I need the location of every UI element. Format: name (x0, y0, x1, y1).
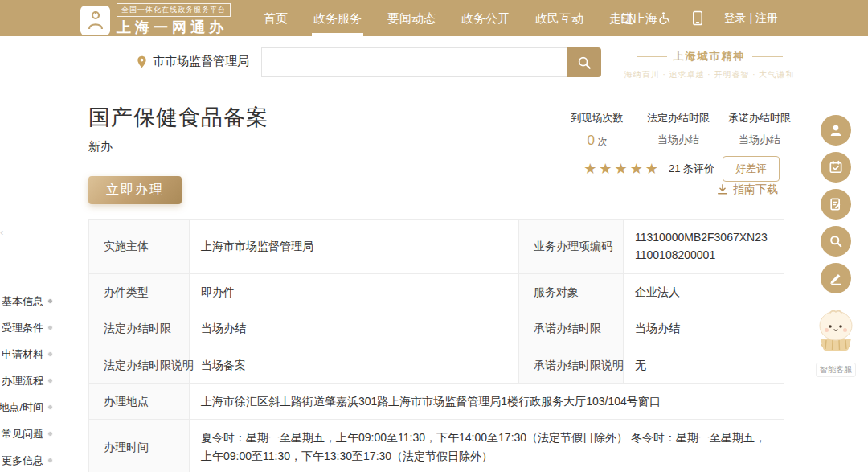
service-stats: 到现场次数 0 次 法定办结时限 当场办结 承诺办结时限 当场办结 (563, 111, 794, 149)
review-count: 21 条评价 (669, 162, 714, 176)
logo-emblem-icon (80, 6, 110, 35)
anchor-item-application-materials[interactable]: 申请材料 (0, 341, 58, 367)
nav-item-gov-services[interactable]: 政务服务 (313, 0, 362, 36)
floating-action-bar: 智能客服 (819, 115, 853, 377)
table-value-cell: 上海市徐汇区斜土路街道肇嘉浜301路上海市市场监督管理局1楼行政服务大厅103/… (190, 383, 784, 419)
nav-item-interaction[interactable]: 政民互动 (535, 0, 583, 36)
anchor-nav: 基本信息 受理条件 申请材料 办理流程 地点/时间 常见问题 更多信息 (0, 288, 58, 472)
nav-item-home[interactable]: 首页 (264, 0, 288, 36)
city-spirit-motto: 海纳百川 · 追求卓越 · 开明睿智 · 大气谦和 (623, 69, 796, 80)
search-icon (577, 55, 592, 70)
anchor-dot (47, 378, 53, 384)
table-value-cell: 无 (624, 347, 784, 383)
table-label-cell: 承诺办结时限 (519, 310, 624, 347)
table-value-cell: 即办件 (190, 273, 519, 310)
service-info-table: 实施主体 上海市市场监督管理局 业务办理项编码 11310000MB2F3067… (88, 219, 784, 472)
anchor-dot (47, 325, 53, 330)
search-input[interactable] (261, 47, 567, 77)
table-value-cell: 夏令时：星期一至星期五，上午09:00至11:30，下午14:00至17:30（… (190, 420, 784, 472)
user-icon[interactable] (821, 115, 851, 146)
appointment-calendar-icon[interactable] (821, 152, 851, 183)
nav-item-news[interactable]: 要闻动态 (387, 0, 436, 36)
table-label-cell: 服务对象 (519, 273, 624, 310)
table-row: 法定办结时限 当场办结 承诺办结时限 当场办结 (89, 310, 784, 347)
service-subtype: 新办 (88, 139, 113, 154)
table-label-cell: 法定办结时限 (89, 310, 190, 347)
smart-service-mascot[interactable] (814, 303, 858, 355)
table-row: 法定办结时限说明 当场备案 承诺办结时限说明 无 (89, 347, 784, 383)
table-label-cell: 承诺办结时限说明 (519, 347, 624, 383)
table-value-cell: 上海市市场监督管理局 (190, 220, 519, 274)
panel-collapse-chevron[interactable]: ‹ (0, 226, 3, 238)
table-label-cell: 业务办理项编码 (519, 220, 624, 274)
mascot-label: 智能客服 (816, 363, 856, 377)
search-icon[interactable] (821, 226, 851, 257)
table-row: 办理时间 夏令时：星期一至星期五，上午09:00至11:30，下午14:00至1… (89, 420, 784, 472)
table-label-cell: 办理地点 (89, 383, 190, 419)
department-selector[interactable]: 市市场监督管理局 (137, 54, 249, 69)
anchor-dot (47, 458, 53, 463)
page-title: 国产保健食品备案 (88, 103, 268, 132)
table-label-cell: 办理时间 (89, 420, 190, 472)
anchor-dot (47, 431, 53, 437)
anchor-dot (47, 298, 53, 304)
table-row: 办理地点 上海市徐汇区斜土路街道肇嘉浜301路上海市市场监督管理局1楼行政服务大… (89, 383, 784, 419)
anchor-item-more-info[interactable]: 更多信息 (0, 447, 58, 472)
search-band: 市市场监督管理局 上海城市精神 海纳百川 · 追求卓越 · 开明睿智 · 大气谦… (0, 36, 868, 88)
stat-legal-deadline: 法定办结时限 当场办结 (644, 111, 713, 149)
download-icon (717, 184, 728, 195)
language-toggle[interactable]: EN (620, 12, 636, 25)
table-value-cell: 11310000MB2F3067XN231100108200001 (624, 220, 784, 274)
accessibility-icon[interactable] (657, 11, 671, 25)
anchor-item-faq[interactable]: 常见问题 (0, 421, 58, 447)
mobile-icon[interactable] (692, 10, 703, 26)
location-pin-icon (137, 55, 147, 68)
stat-visit-count: 到现场次数 0 次 (563, 111, 632, 149)
anchor-item-basic-info[interactable]: 基本信息 (0, 288, 58, 314)
guide-download-link[interactable]: 指南下载 (717, 183, 778, 197)
nav-item-gov-open[interactable]: 政务公开 (461, 0, 510, 36)
table-value-cell: 当场备案 (190, 347, 519, 383)
anchor-item-acceptance-conditions[interactable]: 受理条件 (0, 314, 58, 341)
star-rating: ★★★★★ (583, 160, 661, 178)
anchor-dot (47, 351, 53, 357)
top-header: 全国一体化在线政务服务平台 上海一网通办 首页 政务服务 要闻动态 政务公开 政… (0, 0, 868, 36)
stat-promised-deadline: 承诺办结时限 当场办结 (725, 111, 794, 149)
login-register-link[interactable]: 登录 | 注册 (724, 11, 778, 26)
apply-now-button[interactable]: 立即办理 (88, 176, 182, 204)
table-value-cell: 当场办结 (190, 310, 519, 347)
review-button[interactable]: 好差评 (723, 156, 780, 182)
visit-count-number: 0 (587, 133, 594, 148)
guide-download-label: 指南下载 (733, 183, 778, 197)
city-spirit-block: 上海城市精神 海纳百川 · 追求卓越 · 开明睿智 · 大气谦和 (623, 49, 796, 80)
city-spirit-title: 上海城市精神 (623, 49, 796, 64)
platform-label: 全国一体化在线政务服务平台 (117, 3, 231, 17)
table-row: 办件类型 即办件 服务对象 企业法人 (89, 273, 784, 310)
anchor-dot (47, 404, 53, 410)
anchor-item-process[interactable]: 办理流程 (0, 367, 58, 394)
department-name: 市市场监督管理局 (153, 54, 249, 69)
search-button[interactable] (567, 47, 601, 77)
search-box (261, 47, 601, 77)
site-name: 上海一网通办 (117, 18, 231, 37)
rating-row: ★★★★★ 21 条评价 好差评 (583, 156, 780, 182)
table-row: 实施主体 上海市市场监督管理局 业务办理项编码 11310000MB2F3067… (89, 220, 784, 274)
form-edit-icon[interactable] (821, 189, 851, 220)
table-value-cell: 企业法人 (624, 273, 784, 310)
main-nav: 首页 政务服务 要闻动态 政务公开 政民互动 走进上海 (264, 0, 657, 36)
table-value-cell: 当场办结 (624, 310, 784, 347)
anchor-item-location-time[interactable]: 地点/时间 (0, 394, 58, 421)
table-label-cell: 办件类型 (89, 273, 190, 310)
site-logo[interactable]: 全国一体化在线政务服务平台 上海一网通办 (80, 3, 231, 37)
table-label-cell: 法定办结时限说明 (89, 347, 190, 383)
table-label-cell: 实施主体 (89, 220, 190, 274)
evaluate-pencil-icon[interactable] (821, 263, 851, 293)
